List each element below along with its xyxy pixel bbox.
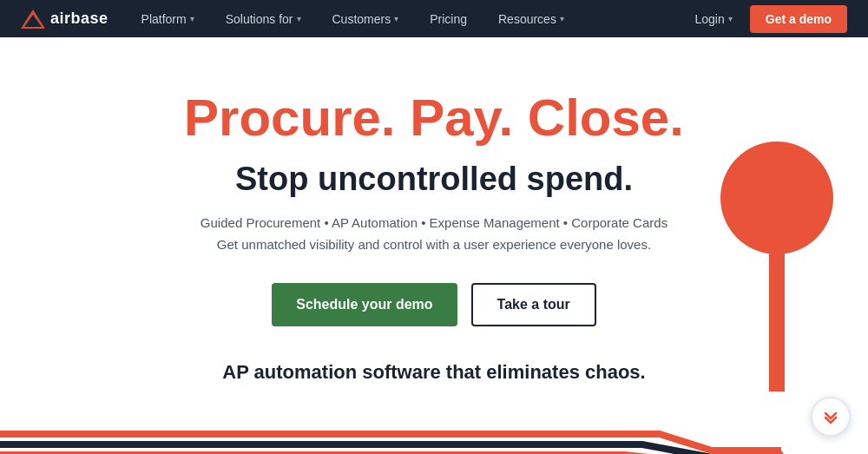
nav-customers[interactable]: Customers ▾ <box>317 0 415 37</box>
login-button[interactable]: Login ▾ <box>684 0 742 37</box>
hero-buttons: Schedule your demo Take a tour <box>17 283 851 326</box>
schedule-demo-button[interactable]: Schedule your demo <box>272 283 457 326</box>
nav-platform[interactable]: Platform ▾ <box>126 0 210 37</box>
hero-section: Procure. Pay. Close. Stop uncontrolled s… <box>0 37 868 418</box>
hero-tagline: Get unmatched visibility and control wit… <box>17 237 851 252</box>
chevron-down-icon: ▾ <box>394 14 398 23</box>
decorative-stick <box>769 253 785 391</box>
nav-pricing[interactable]: Pricing <box>414 0 483 37</box>
chevron-down-icon: ▾ <box>190 14 194 23</box>
nav-solutions[interactable]: Solutions for ▾ <box>210 0 317 37</box>
chevron-down-icon: ▾ <box>728 14 733 23</box>
hero-headline: Procure. Pay. Close. <box>17 89 851 147</box>
nav-resources[interactable]: Resources ▾ <box>483 0 580 37</box>
stripe-decoration <box>0 427 868 454</box>
chevron-double-icon <box>821 407 840 426</box>
hero-bottom-text: AP automation software that eliminates c… <box>17 361 851 384</box>
chat-widget-button[interactable] <box>811 397 851 437</box>
get-demo-button[interactable]: Get a demo <box>750 5 847 33</box>
navigation: airbase Platform ▾ Solutions for ▾ Custo… <box>0 0 868 37</box>
nav-items: Platform ▾ Solutions for ▾ Customers ▾ P… <box>126 0 685 37</box>
stripe-band <box>0 427 868 454</box>
chevron-down-icon: ▾ <box>297 14 301 23</box>
logo[interactable]: airbase <box>21 10 108 29</box>
decorative-circle <box>720 141 833 254</box>
chevron-down-icon: ▾ <box>560 14 564 23</box>
logo-text: airbase <box>50 10 108 28</box>
airbase-logo-icon <box>21 10 45 29</box>
nav-right: Login ▾ Get a demo <box>684 0 847 37</box>
take-tour-button[interactable]: Take a tour <box>471 283 596 326</box>
